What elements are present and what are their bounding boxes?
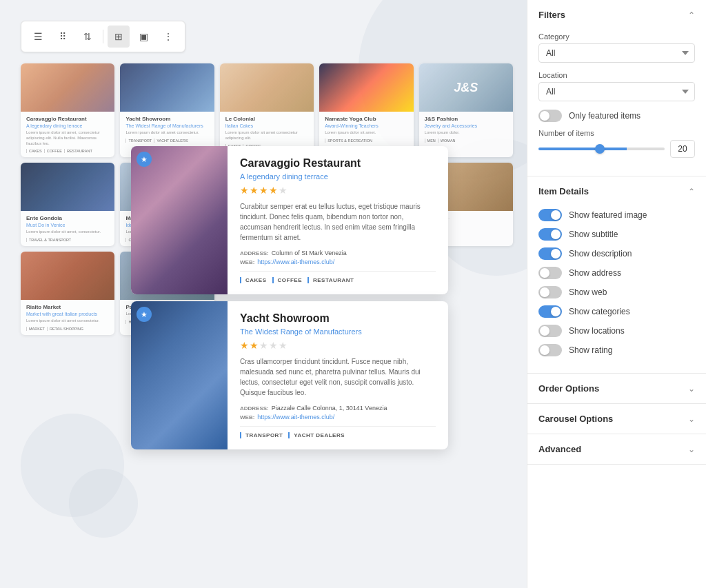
show-locations-toggle[interactable] [538, 325, 562, 337]
show-address-row: Show address [538, 267, 695, 279]
card-subtitle: Italian Cakes [225, 123, 308, 128]
card-title: J&S Fashion [425, 116, 507, 122]
order-options-section-header[interactable]: Order Options ⌄ [527, 374, 706, 403]
order-options-expand-icon: ⌄ [688, 384, 695, 394]
show-featured-image-slider [538, 209, 562, 221]
card-description: Lorem ipsum dolor sit amet consectetur a… [225, 130, 308, 141]
show-locations-slider [538, 325, 562, 337]
popup-card-1[interactable]: ★ Caravaggio Restaurant A legendary dini… [131, 146, 448, 294]
location-select[interactable]: All Venice Milan Rome [538, 82, 695, 101]
show-address-label: Show address [569, 268, 621, 278]
filters-collapse-icon: ⌃ [688, 10, 695, 20]
item-details-title: Item Details [538, 186, 589, 196]
location-label: Location [538, 71, 695, 79]
popup-card-subtitle-1: A legendary dining terrace [240, 172, 436, 181]
category-select[interactable]: All Restaurant Yacht Fashion [538, 43, 695, 63]
toolbar: ☰ ⠿ ⇅ ⊞ ▣ ⋮ [21, 21, 185, 52]
popup-card-subtitle-2: The Widest Range of Manufacturers [240, 327, 436, 336]
card-tag: YACHT DEALERS [154, 139, 188, 143]
card-tag: RETAIL SHOPPING [47, 327, 83, 331]
list-item[interactable]: Ente Gondola Must Do in Venice Lorem ips… [21, 163, 114, 246]
popup-card-address-1: ADDRESS:Column of St Mark Venezia [240, 250, 436, 256]
advanced-section-header[interactable]: Advanced ⌄ [527, 434, 706, 464]
only-featured-label: Only featured items [569, 111, 641, 121]
popup-card-title-1: Caravaggio Restaurant [240, 157, 436, 170]
number-of-items-slider-row [538, 140, 695, 158]
show-web-slider [538, 286, 562, 298]
list-view-button[interactable]: ☰ [27, 26, 49, 48]
popup-card-address-value-1: Column of St Mark Venezia [272, 250, 347, 256]
popup-card-tags-1: CAKES COFFEE RESTAURANT [240, 271, 436, 283]
sort-button[interactable]: ⇅ [77, 26, 99, 48]
location-group: Location All Venice Milan Rome [538, 71, 695, 101]
show-web-toggle[interactable] [538, 286, 562, 298]
main-panel: ☰ ⠿ ⇅ ⊞ ▣ ⋮ Caravaggio Restaurant A lege… [0, 0, 527, 588]
card-title: Rialto Market [26, 304, 109, 310]
list-item[interactable]: J&S J&S Fashion Jewelry and Accessories … [419, 63, 513, 157]
card-image: J&S [419, 63, 513, 112]
grid-view-button[interactable]: ⠿ [52, 26, 74, 48]
show-description-row: Show description [538, 247, 695, 260]
show-web-row: Show web [538, 286, 695, 298]
right-sidebar: Filters ⌃ Category All Restaurant Yacht … [527, 0, 706, 588]
popup-card-web-1: WEB:https://www.ait-themes.club/ [240, 258, 436, 265]
featured-badge-2: ★ [137, 307, 152, 322]
order-options-title: Order Options [538, 383, 599, 394]
item-details-section-header[interactable]: Item Details ⌃ [527, 176, 706, 206]
card-image [319, 63, 413, 112]
carousel-options-expand-icon: ⌄ [688, 414, 695, 424]
masonry-view-button[interactable]: ⊞ [108, 26, 130, 48]
card-image [21, 63, 114, 112]
card-tag: TRAVEL & TRANSPORT [26, 238, 71, 242]
carousel-options-section-header[interactable]: Carousel Options ⌄ [527, 404, 706, 434]
show-locations-label: Show locations [569, 326, 625, 336]
card-tag: CAKES [26, 149, 42, 153]
number-of-items-slider[interactable] [538, 148, 665, 150]
popup-card-web-link-1[interactable]: https://www.ait-themes.club/ [257, 258, 334, 265]
show-address-toggle[interactable] [538, 267, 562, 279]
card-description: Lorem ipsum dolor. [425, 130, 507, 136]
show-rating-row: Show rating [538, 344, 695, 356]
popup-card-tag: TRANSPORT [240, 432, 283, 438]
popup-card-image-2: ★ [131, 301, 228, 449]
card-description: Lorem ipsum dolor sit amet, consectetur. [26, 230, 109, 235]
popup-card-tags-2: TRANSPORT YACHT DEALERS [240, 426, 436, 438]
list-item[interactable]: Caravaggio Restaurant A legendary dining… [21, 63, 114, 157]
list-item[interactable]: Yacht Showroom The Widest Range of Manuf… [120, 63, 214, 157]
card-subtitle: A legendary dining terrace [26, 123, 109, 128]
show-subtitle-toggle[interactable] [538, 228, 562, 241]
more-options-button[interactable]: ⋮ [157, 26, 179, 48]
card-view-button[interactable]: ▣ [132, 26, 154, 48]
show-rating-toggle[interactable] [538, 344, 562, 356]
show-rating-label: Show rating [569, 345, 612, 355]
popup-card-web-2: WEB:https://www.ait-themes.club/ [240, 414, 436, 420]
popup-card-2[interactable]: ★ Yacht Showroom The Widest Range of Man… [131, 301, 448, 449]
show-categories-slider [538, 305, 562, 318]
popup-card-web-link-2[interactable]: https://www.ait-themes.club/ [257, 414, 334, 420]
card-title: Namaste Yoga Club [325, 116, 407, 122]
popup-card-stars-2: ★★★★★ [240, 340, 436, 351]
card-title: Ente Gondola [26, 215, 109, 221]
card-tag: COFFEE [44, 149, 62, 153]
show-subtitle-slider [538, 228, 562, 241]
card-image [21, 252, 114, 300]
carousel-options-section: Carousel Options ⌄ [527, 404, 706, 434]
filters-section-header[interactable]: Filters ⌃ [527, 0, 706, 30]
only-featured-toggle[interactable] [538, 110, 562, 122]
list-item[interactable]: Le Colonial Italian Cakes Lorem ipsum do… [220, 63, 314, 157]
item-details-section: Item Details ⌃ Show featured image Show … [527, 176, 706, 374]
show-featured-image-toggle[interactable] [538, 209, 562, 221]
show-description-toggle[interactable] [538, 247, 562, 260]
popup-card-image-inner-1 [131, 146, 228, 294]
list-item[interactable]: Namaste Yoga Club Award-Winning Teachers… [319, 63, 413, 157]
show-categories-toggle[interactable] [538, 305, 562, 318]
show-address-slider [538, 267, 562, 279]
item-details-section-content: Show featured image Show subtitle Show d… [527, 206, 706, 373]
popup-card-title-2: Yacht Showroom [240, 312, 436, 325]
card-tag: MEN [425, 139, 436, 143]
card-image [21, 163, 114, 211]
number-of-items-value[interactable] [670, 140, 695, 158]
card-description: Lorem ipsum dolor sit amet consectetur. [26, 318, 109, 324]
list-item[interactable]: Rialto Market Market with great Italian … [21, 252, 114, 335]
card-image [120, 63, 214, 112]
